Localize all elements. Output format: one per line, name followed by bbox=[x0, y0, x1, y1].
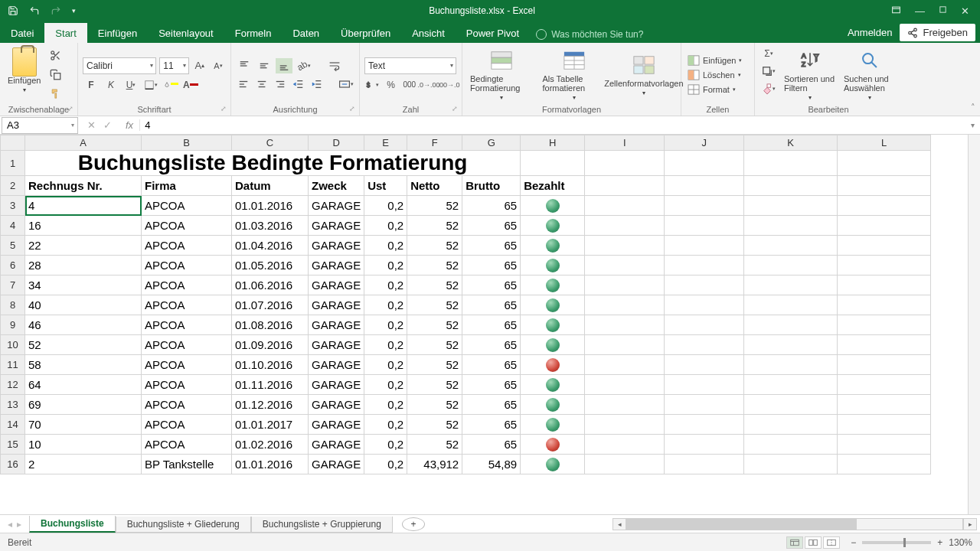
zoom-in-button[interactable]: + bbox=[937, 537, 942, 548]
cell[interactable]: 65 bbox=[462, 355, 521, 375]
autosum-icon[interactable]: Σ▾ bbox=[758, 46, 779, 61]
cell[interactable]: APCOA bbox=[142, 295, 232, 315]
col-header[interactable]: L bbox=[838, 135, 931, 151]
row-header[interactable]: 5 bbox=[1, 236, 25, 256]
row-header[interactable]: 8 bbox=[1, 295, 25, 315]
cell[interactable]: 0,2 bbox=[364, 236, 407, 256]
format-as-table-button[interactable]: Als Tabelle formatieren▾ bbox=[539, 46, 608, 103]
cell[interactable] bbox=[521, 455, 585, 474]
formula-input[interactable]: 4 bbox=[139, 119, 965, 131]
fill-color-icon[interactable] bbox=[162, 77, 179, 93]
hscroll-right-icon[interactable]: ▸ bbox=[963, 518, 977, 530]
horizontal-scrollbar[interactable] bbox=[626, 518, 963, 530]
page-layout-view-icon[interactable] bbox=[805, 536, 822, 549]
cell[interactable] bbox=[521, 415, 585, 435]
row-header[interactable]: 12 bbox=[1, 375, 25, 395]
cell[interactable]: 65 bbox=[462, 236, 521, 256]
cell[interactable]: GARAGE bbox=[309, 415, 364, 435]
cell[interactable]: 52 bbox=[407, 315, 462, 335]
cell[interactable]: APCOA bbox=[142, 415, 232, 435]
cell[interactable]: 0,2 bbox=[364, 435, 407, 455]
column-heading[interactable]: Ust bbox=[364, 176, 407, 196]
tab-pagelayout[interactable]: Seitenlayout bbox=[148, 23, 224, 43]
cell[interactable]: 70 bbox=[25, 415, 142, 435]
increase-font-icon[interactable]: A▴ bbox=[192, 58, 207, 73]
align-left-icon[interactable] bbox=[236, 77, 251, 92]
cell[interactable]: 52 bbox=[407, 216, 462, 236]
row-header[interactable]: 11 bbox=[1, 355, 25, 375]
col-header[interactable]: C bbox=[232, 135, 309, 151]
decrease-font-icon[interactable]: A▾ bbox=[211, 58, 226, 73]
undo-icon[interactable] bbox=[29, 5, 40, 16]
cell[interactable]: APCOA bbox=[142, 355, 232, 375]
borders-icon[interactable]: ▾ bbox=[142, 77, 159, 93]
page-break-view-icon[interactable] bbox=[823, 536, 840, 549]
sheet-tab[interactable]: Buchungsliste + Gliederung bbox=[116, 517, 251, 533]
cell[interactable]: 65 bbox=[462, 435, 521, 455]
cell[interactable]: 46 bbox=[25, 315, 142, 335]
col-header[interactable]: B bbox=[142, 135, 232, 151]
zoom-level[interactable]: 130% bbox=[949, 537, 972, 548]
bold-button[interactable]: F bbox=[83, 77, 100, 93]
align-bottom-icon[interactable] bbox=[276, 58, 292, 73]
cell-styles-button[interactable]: Zellenformatvorlagen▾ bbox=[612, 46, 676, 103]
cell[interactable]: 54,89 bbox=[462, 455, 521, 474]
row-header[interactable]: 1 bbox=[1, 151, 25, 176]
cell[interactable]: APCOA bbox=[142, 196, 232, 216]
tab-data[interactable]: Daten bbox=[282, 23, 330, 43]
cell[interactable] bbox=[521, 196, 585, 216]
cell[interactable] bbox=[521, 256, 585, 276]
column-heading[interactable]: Zweck bbox=[309, 176, 364, 196]
cell[interactable] bbox=[521, 216, 585, 236]
column-heading[interactable]: Netto bbox=[407, 176, 462, 196]
col-header[interactable]: D bbox=[309, 135, 364, 151]
cell[interactable]: 01.10.2016 bbox=[232, 355, 309, 375]
col-header[interactable]: E bbox=[364, 135, 407, 151]
redo-icon[interactable] bbox=[51, 5, 61, 16]
underline-button[interactable]: U▾ bbox=[122, 77, 139, 93]
cell[interactable]: 52 bbox=[25, 335, 142, 355]
column-heading[interactable]: Datum bbox=[232, 176, 309, 196]
cell[interactable]: 01.09.2016 bbox=[232, 335, 309, 355]
qat-customize-icon[interactable]: ▾ bbox=[72, 7, 76, 15]
italic-button[interactable]: K bbox=[103, 77, 119, 93]
cell[interactable]: 0,2 bbox=[364, 315, 407, 335]
cell[interactable]: 0,2 bbox=[364, 295, 407, 315]
cut-icon[interactable] bbox=[47, 48, 64, 64]
cell[interactable]: 52 bbox=[407, 355, 462, 375]
column-heading[interactable]: Bezahlt bbox=[521, 176, 585, 196]
cell[interactable]: APCOA bbox=[142, 236, 232, 256]
cell[interactable]: APCOA bbox=[142, 256, 232, 276]
cell[interactable]: 2 bbox=[25, 455, 142, 474]
row-header[interactable]: 13 bbox=[1, 395, 25, 415]
row-header[interactable]: 15 bbox=[1, 435, 25, 455]
cell[interactable]: 34 bbox=[25, 276, 142, 295]
insert-function-icon[interactable]: fx bbox=[119, 119, 139, 131]
align-top-icon[interactable] bbox=[236, 58, 253, 73]
cell[interactable]: 65 bbox=[462, 375, 521, 395]
minimize-icon[interactable]: — bbox=[915, 5, 925, 17]
format-cells-button[interactable]: Format ▾ bbox=[686, 83, 750, 96]
cell[interactable]: 65 bbox=[462, 196, 521, 216]
zoom-out-button[interactable]: − bbox=[851, 537, 856, 548]
cell[interactable]: 01.11.2016 bbox=[232, 375, 309, 395]
format-painter-icon[interactable] bbox=[47, 86, 64, 102]
cell[interactable]: 22 bbox=[25, 236, 142, 256]
cell[interactable] bbox=[521, 435, 585, 455]
cell[interactable]: 0,2 bbox=[364, 355, 407, 375]
cell[interactable]: GARAGE bbox=[309, 335, 364, 355]
copy-icon[interactable] bbox=[47, 67, 64, 83]
cell[interactable] bbox=[521, 295, 585, 315]
cell[interactable]: 65 bbox=[462, 256, 521, 276]
tab-review[interactable]: Überprüfen bbox=[330, 23, 401, 43]
clear-icon[interactable]: ▾ bbox=[758, 81, 779, 96]
share-button[interactable]: Freigeben bbox=[900, 24, 975, 41]
signin-link[interactable]: Anmelden bbox=[848, 27, 893, 38]
row-header[interactable]: 9 bbox=[1, 315, 25, 335]
cell[interactable]: 16 bbox=[25, 216, 142, 236]
sheet-tab[interactable]: Buchungsliste + Gruppierung bbox=[251, 517, 393, 533]
tab-start[interactable]: Start bbox=[44, 23, 87, 43]
cell[interactable]: 01.01.2016 bbox=[232, 455, 309, 474]
cell[interactable]: GARAGE bbox=[309, 196, 364, 216]
font-color-icon[interactable]: A bbox=[182, 77, 199, 93]
